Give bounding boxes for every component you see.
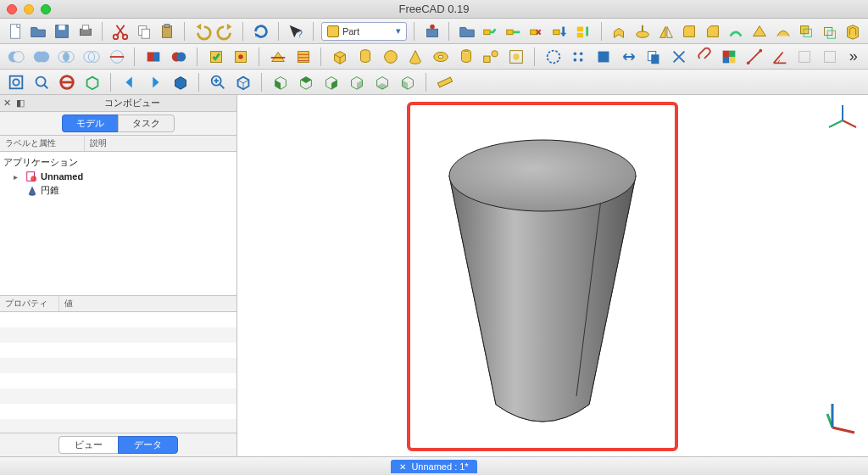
tree-root[interactable]: アプリケーション [3,155,233,170]
whatsthis-icon[interactable]: ? [286,20,306,42]
bool-fragments-icon[interactable] [81,46,103,68]
refine-shape-icon[interactable] [668,46,690,68]
measure-angular-icon[interactable] [769,46,791,68]
measure-distance-icon[interactable] [434,71,456,93]
model-tree[interactable]: アプリケーション ▸ Unnamed 円錐 [0,152,236,296]
check-geometry-icon[interactable] [205,46,227,68]
link-replace-icon[interactable] [527,20,548,42]
color-per-face-icon[interactable] [718,46,740,68]
torus-icon[interactable] [430,46,452,68]
tree-item-cone[interactable]: 円錐 [3,183,233,198]
isometric-icon[interactable] [232,71,254,93]
document-tab-close-icon[interactable]: ✕ [399,462,406,472]
measure-linear-icon[interactable] [743,46,765,68]
attachment-icon[interactable] [693,46,715,68]
reverse-shape-icon[interactable] [618,46,640,68]
link-navigation-icon[interactable] [170,71,192,93]
tab-data[interactable]: データ [118,436,178,454]
cross-sections-icon[interactable] [292,46,314,68]
paste-icon[interactable] [157,20,177,42]
sweep-icon[interactable] [773,20,793,42]
copy-icon[interactable] [134,20,154,42]
fit-all-icon[interactable] [5,71,27,93]
toolbar-overflow-icon[interactable]: » [844,48,863,65]
extrude-icon[interactable] [609,20,630,42]
cylinder-icon[interactable] [354,46,376,68]
view-bottom-icon[interactable] [371,71,393,93]
tree-twisty-icon[interactable]: ▸ [14,172,22,182]
view-front-icon[interactable] [270,71,292,93]
save-icon[interactable] [52,20,72,42]
sphere-icon[interactable] [380,46,402,68]
tab-model[interactable]: モデル [62,115,118,132]
print-icon[interactable] [75,20,96,42]
link-relative-icon[interactable] [504,20,524,42]
fit-selection-icon[interactable] [31,71,53,93]
svg-point-20 [637,31,649,37]
panel-undock-icon[interactable]: ◧ [14,98,27,109]
svg-point-41 [238,54,243,59]
chamfer-icon[interactable] [703,20,723,42]
link-group-icon[interactable] [574,20,594,42]
fillet-icon[interactable] [679,20,699,42]
tube-icon[interactable] [455,46,477,68]
new-icon[interactable] [5,20,25,42]
cut-icon[interactable] [110,20,131,42]
undo-icon[interactable] [192,20,213,42]
points-from-mesh-icon[interactable] [567,46,589,68]
open-icon[interactable] [29,20,49,42]
svg-point-5 [114,34,119,38]
macro-record-icon[interactable] [422,20,442,42]
bool-union-icon[interactable] [31,46,53,68]
workbench-selector[interactable]: Part ▾ [321,22,407,41]
link-import-icon[interactable] [551,20,571,42]
view-right-icon[interactable] [320,71,342,93]
view-rear-icon[interactable] [346,71,368,93]
axis-indicator-bottom [826,399,861,434]
document-tab[interactable]: ✕ Unnamed : 1* [391,460,476,473]
cone-prim-icon[interactable] [404,46,426,68]
redo-icon[interactable] [215,20,236,42]
loft-icon[interactable] [749,20,770,42]
compound-filter-icon[interactable] [168,46,190,68]
bool-common-icon[interactable] [55,46,77,68]
builder-icon[interactable] [505,46,527,68]
revolve-icon[interactable] [632,20,653,42]
defeaturing-icon[interactable] [230,46,252,68]
bounding-box-icon[interactable] [81,71,103,93]
nav-forward-icon[interactable] [144,71,166,93]
mirror-icon[interactable] [656,20,676,42]
svg-rect-17 [554,30,559,35]
thickness-icon[interactable] [843,20,863,42]
measure-clear-icon[interactable] [819,46,841,68]
section-icon[interactable] [267,46,289,68]
nav-back-icon[interactable] [119,71,141,93]
bool-slice-icon[interactable] [106,46,128,68]
simple-copy-icon[interactable] [643,46,665,68]
compound-icon[interactable] [142,46,164,68]
link-make-icon[interactable] [481,20,501,42]
svg-rect-65 [723,50,729,56]
box-icon[interactable] [329,46,351,68]
tab-view[interactable]: ビュー [58,436,118,454]
view-left-icon[interactable] [397,71,419,93]
bool-cut-icon[interactable] [5,46,27,68]
offset3d-icon[interactable] [796,20,816,42]
primitives-icon[interactable] [480,46,502,68]
3d-viewport[interactable] [237,95,868,456]
refresh-icon[interactable] [251,20,271,42]
chevron-down-icon: ▾ [396,25,401,36]
tab-task[interactable]: タスク [118,115,175,132]
convert-to-solid-icon[interactable] [593,46,615,68]
panel-close-icon[interactable]: ✕ [0,98,14,109]
measure-refresh-icon[interactable] [793,46,815,68]
shape-from-mesh-icon[interactable] [542,46,565,68]
tree-document[interactable]: ▸ Unnamed [3,170,233,183]
folder-icon[interactable] [457,20,477,42]
view-top-icon[interactable] [295,71,317,93]
property-list[interactable] [0,312,236,433]
draw-style-icon[interactable] [56,71,78,93]
ruled-icon[interactable] [726,20,747,42]
offset2d-icon[interactable] [820,20,840,42]
zoom-in-icon[interactable] [207,71,229,93]
